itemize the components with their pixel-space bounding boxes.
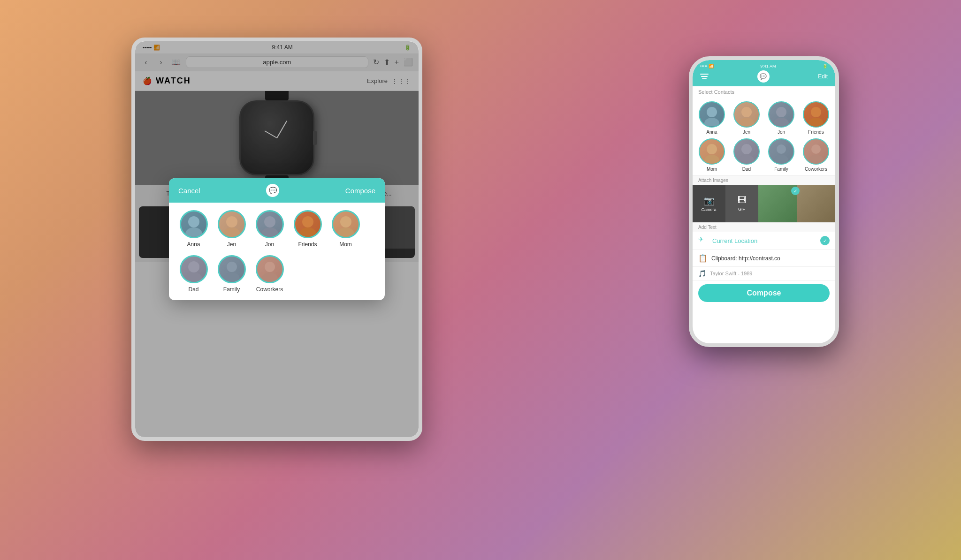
contact-friends-label: Friends [298, 241, 317, 248]
edit-button[interactable]: Edit [818, 73, 828, 80]
iphone-avatar-anna-img [700, 102, 724, 127]
music-row[interactable]: 🎵 Taylor Swift - 1989 [693, 267, 835, 280]
iphone-avatar-friends-img [804, 102, 828, 127]
clipboard-row[interactable]: 📋 Clipboard: http://contrast.co [693, 250, 835, 267]
filter-icon[interactable] [700, 74, 709, 79]
camera-icon: 📷 [704, 196, 714, 206]
iphone-signal: ••••• 📶 [700, 64, 714, 68]
contact-family[interactable]: Family [216, 255, 247, 293]
svg-point-0 [188, 216, 199, 227]
svg-point-12 [227, 262, 237, 272]
gif-button[interactable]: 🎞 GIF [725, 185, 758, 222]
iphone-contact-anna[interactable]: Anna [696, 101, 727, 135]
svg-point-29 [774, 155, 788, 163]
avatar-dad-image [181, 257, 206, 282]
avatar-jen-image [219, 212, 244, 237]
music-text: Taylor Swift - 1989 [710, 271, 752, 276]
compose-button-container: Compose [693, 280, 835, 306]
svg-point-23 [808, 118, 824, 126]
avatar-family-image [219, 257, 244, 282]
avatar-dad [180, 255, 208, 283]
compose-button[interactable]: Compose [698, 284, 830, 302]
iphone-contact-jen[interactable]: Jen [731, 101, 762, 135]
iphone-contact-coworkers[interactable]: Coworkers [801, 138, 831, 172]
svg-point-1 [185, 227, 202, 237]
svg-point-26 [741, 144, 752, 154]
avatar-family [218, 255, 246, 283]
image-picker: 📷 Camera 🎞 GIF ✓ [693, 185, 835, 222]
svg-point-14 [265, 262, 275, 272]
svg-point-18 [741, 107, 752, 117]
gif-icon: 🎞 [738, 196, 746, 205]
ipad-screen: ••••• 📶 9:41 AM 🔋 ‹ › 📖 apple.com ↻ ⬆ + … [135, 41, 419, 437]
iphone-avatar-jen-img [734, 102, 759, 127]
iphone-bubble-icon: 💬 [757, 70, 770, 83]
modal-compose-button[interactable]: Compose [345, 187, 375, 195]
svg-point-2 [226, 216, 237, 227]
iphone-contact-mom-label: Mom [707, 166, 717, 172]
avatar-coworkers-image [257, 257, 282, 282]
avatar-coworkers [256, 255, 284, 283]
iphone-contact-family[interactable]: Family [766, 138, 797, 172]
iphone-avatar-dad-img [734, 139, 759, 164]
svg-point-5 [261, 227, 278, 237]
gif-label: GIF [738, 207, 745, 212]
modal-cancel-button[interactable]: Cancel [178, 187, 200, 195]
iphone-contact-jon[interactable]: Jon [766, 101, 797, 135]
thumbnail-check: ✓ [791, 187, 800, 195]
svg-point-31 [809, 155, 823, 163]
contact-friends[interactable]: Friends [292, 210, 323, 248]
filter-line-3 [702, 78, 707, 79]
compose-modal: Cancel 💬 Compose [169, 178, 385, 300]
iphone-contact-dad[interactable]: Dad [731, 138, 762, 172]
contact-dad[interactable]: Dad [178, 255, 209, 293]
svg-point-21 [774, 118, 789, 126]
avatar-jon [256, 210, 284, 238]
svg-point-9 [337, 227, 354, 237]
contact-jen[interactable]: Jen [216, 210, 247, 248]
iphone-screen: ••••• 📶 9:41 AM 🔋 💬 Edit Select Contacts [693, 60, 835, 343]
contact-anna[interactable]: Anna [178, 210, 209, 248]
contact-mom[interactable]: Mom [330, 210, 361, 248]
avatar-jen [218, 210, 246, 238]
avatar-anna-image [181, 212, 206, 237]
svg-point-6 [302, 216, 313, 227]
clipboard-text: Clipboard: http://contrast.co [711, 255, 780, 262]
image-thumbnails: ✓ [758, 185, 835, 222]
iphone-avatar-mom-img [700, 139, 724, 164]
iphone-avatar-friends [803, 101, 829, 128]
ipad-device: ••••• 📶 9:41 AM 🔋 ‹ › 📖 apple.com ↻ ⬆ + … [131, 38, 422, 441]
camera-label: Camera [701, 207, 716, 212]
svg-point-19 [739, 118, 754, 126]
avatar-mom-image [333, 212, 358, 237]
contact-jon[interactable]: Jon [254, 210, 285, 248]
iphone-avatar-jon [768, 101, 794, 128]
avatar-mom [332, 210, 360, 238]
iphone-contact-mom[interactable]: Mom [696, 138, 727, 172]
svg-point-7 [299, 227, 316, 237]
iphone-avatar-family-img [769, 139, 793, 164]
clipboard-icon: 📋 [698, 254, 708, 263]
svg-point-15 [262, 272, 278, 282]
iphone-header: ••••• 📶 9:41 AM 🔋 💬 Edit [693, 60, 835, 86]
svg-point-11 [185, 272, 202, 282]
contact-coworkers[interactable]: Coworkers [254, 255, 285, 293]
svg-point-24 [707, 144, 717, 154]
attach-images-label: Attach Images [693, 175, 835, 185]
iphone-contact-friends[interactable]: Friends [801, 101, 831, 135]
contact-dad-label: Dad [188, 286, 198, 293]
iphone-avatar-jen [733, 101, 760, 128]
current-location-row[interactable]: ✈ Current Location ✓ [693, 232, 835, 250]
iphone-top-bar: 💬 Edit [700, 70, 828, 86]
iphone-avatar-jon-img [769, 102, 793, 127]
camera-button[interactable]: 📷 Camera [693, 185, 725, 222]
select-contacts-label: Select Contacts [693, 86, 835, 98]
svg-point-20 [776, 107, 786, 117]
current-location-text: Current Location [712, 237, 757, 244]
iphone-avatar-coworkers-img [804, 139, 828, 164]
modal-overlay: Cancel 💬 Compose [135, 41, 419, 437]
svg-point-10 [188, 261, 199, 272]
thumbnail-2[interactable] [797, 185, 835, 222]
svg-point-17 [704, 118, 719, 126]
avatar-anna [180, 210, 208, 238]
